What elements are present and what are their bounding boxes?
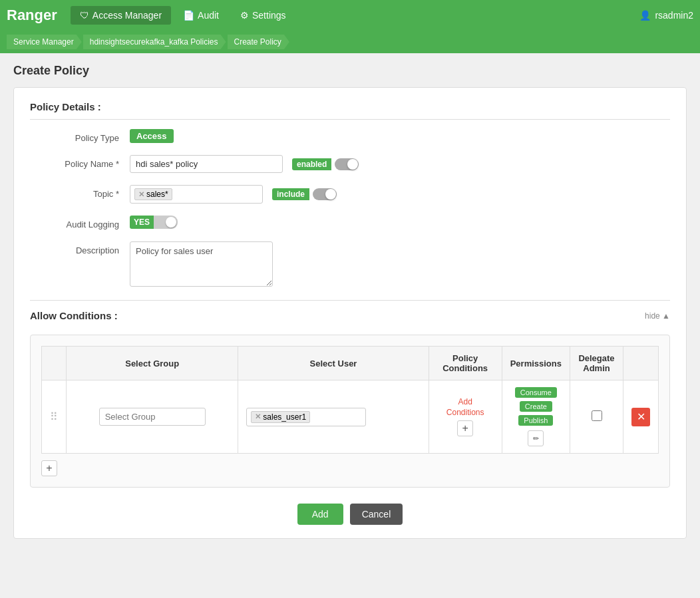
document-icon: 📄 bbox=[183, 10, 194, 21]
nav-access-manager-label: Access Manager bbox=[92, 10, 162, 21]
col-select-user: Select User bbox=[238, 347, 429, 380]
conditions-box: Select Group Select User Policy Conditio… bbox=[30, 335, 670, 488]
perm-create[interactable]: Create bbox=[520, 401, 552, 412]
form-actions: Add Cancel bbox=[30, 504, 670, 525]
breadcrumb-kafka-policies[interactable]: hdinsightsecurekafka_kafka Policies bbox=[83, 35, 226, 49]
hide-link[interactable]: hide ▲ bbox=[645, 311, 670, 321]
username: rsadmin2 bbox=[655, 10, 693, 21]
policy-details-header: Policy Details : bbox=[30, 101, 670, 120]
gear-icon: ⚙ bbox=[240, 10, 249, 21]
breadcrumb-create-policy[interactable]: Create Policy bbox=[228, 35, 289, 49]
delete-cell: ✕ bbox=[623, 380, 659, 454]
yes-label: YES bbox=[130, 216, 154, 229]
delegate-admin-checkbox[interactable] bbox=[592, 410, 602, 421]
delete-row-button[interactable]: ✕ bbox=[631, 408, 650, 426]
breadcrumb-service-manager[interactable]: Service Manager bbox=[7, 35, 82, 49]
col-actions bbox=[623, 347, 659, 380]
top-navigation: Ranger 🛡 Access Manager 📄 Audit ⚙ Settin… bbox=[0, 0, 700, 31]
select-group-input[interactable] bbox=[99, 408, 206, 426]
user-area[interactable]: 👤 rsadmin2 bbox=[639, 10, 693, 21]
policy-name-label: Policy Name * bbox=[30, 155, 130, 169]
user-tag-remove[interactable]: ✕ bbox=[255, 412, 261, 421]
topic-label: Topic * bbox=[30, 185, 130, 199]
permissions-cell: Consume Create Publish ✏ bbox=[502, 380, 570, 454]
table-row: ⠿ ✕ sales_user1 bbox=[42, 380, 659, 454]
select-user-cell: ✕ sales_user1 bbox=[238, 380, 429, 454]
audit-logging-row: Audit Logging YES bbox=[30, 216, 670, 229]
conditions-table-header-row: Select Group Select User Policy Conditio… bbox=[42, 347, 659, 380]
user-icon: 👤 bbox=[639, 10, 651, 21]
audit-logging-label: Audit Logging bbox=[30, 216, 130, 229]
policy-type-row: Policy Type Access bbox=[30, 129, 670, 143]
perm-edit-button[interactable]: ✏ bbox=[528, 430, 544, 446]
page-title: Create Policy bbox=[13, 64, 687, 78]
page-content: Create Policy Policy Details : Policy Ty… bbox=[0, 53, 700, 598]
description-row: Description Policy for sales user bbox=[30, 241, 670, 287]
conditions-table: Select Group Select User Policy Conditio… bbox=[41, 346, 659, 454]
cancel-button[interactable]: Cancel bbox=[350, 504, 403, 525]
delegate-admin-cell bbox=[570, 380, 623, 454]
select-user-tag-input[interactable]: ✕ sales_user1 bbox=[246, 408, 366, 426]
topic-control-area: ✕ sales* include bbox=[130, 185, 670, 204]
topic-tag-value: sales* bbox=[146, 190, 168, 199]
description-label: Description bbox=[30, 241, 130, 255]
include-label: include bbox=[272, 188, 309, 200]
add-row-button[interactable]: + bbox=[41, 460, 57, 476]
main-card: Policy Details : Policy Type Access Poli… bbox=[13, 87, 687, 539]
nav-access-manager[interactable]: 🛡 Access Manager bbox=[71, 6, 171, 25]
add-conditions-plus-btn[interactable]: + bbox=[457, 420, 473, 436]
brand-logo: Ranger bbox=[7, 7, 57, 24]
drag-handle-cell: ⠿ bbox=[42, 380, 67, 454]
shield-icon: 🛡 bbox=[80, 10, 89, 21]
policy-name-input[interactable] bbox=[130, 155, 283, 173]
audit-toggle-wrap[interactable]: YES bbox=[130, 216, 178, 229]
add-button[interactable]: Add bbox=[297, 504, 343, 525]
nav-items: 🛡 Access Manager 📄 Audit ⚙ Settings bbox=[71, 6, 640, 25]
col-delegate-admin: Delegate Admin bbox=[570, 347, 623, 380]
policy-conditions-cell: AddConditions + bbox=[429, 380, 502, 454]
topic-tag-remove[interactable]: ✕ bbox=[138, 190, 144, 199]
col-policy-conditions: Policy Conditions bbox=[429, 347, 502, 380]
topic-tag-input[interactable]: ✕ sales* bbox=[130, 185, 263, 204]
perm-publish[interactable]: Publish bbox=[518, 415, 553, 426]
audit-toggle-knob bbox=[166, 217, 176, 227]
drag-handle-icon[interactable]: ⠿ bbox=[50, 411, 58, 422]
include-toggle-wrap: include bbox=[272, 188, 337, 200]
col-drag bbox=[42, 347, 67, 380]
audit-toggle-pill[interactable] bbox=[154, 216, 178, 229]
enabled-label: enabled bbox=[292, 158, 331, 170]
policy-name-row: Policy Name * enabled bbox=[30, 155, 670, 173]
policy-type-badge: Access bbox=[130, 129, 174, 143]
description-control: Policy for sales user bbox=[130, 241, 670, 287]
topic-tag: ✕ sales* bbox=[134, 188, 172, 200]
perm-consume[interactable]: Consume bbox=[515, 387, 557, 398]
include-toggle[interactable] bbox=[313, 188, 337, 200]
user-tag: ✕ sales_user1 bbox=[251, 411, 310, 423]
audit-logging-control: YES bbox=[130, 216, 670, 229]
enabled-toggle-wrap: enabled bbox=[292, 158, 359, 170]
breadcrumb: Service Manager hdinsightsecurekafka_kaf… bbox=[0, 31, 700, 53]
policy-name-control-area: enabled bbox=[130, 155, 670, 173]
nav-audit-label: Audit bbox=[198, 10, 219, 21]
add-conditions-link[interactable]: AddConditions bbox=[437, 397, 494, 418]
col-select-group: Select Group bbox=[67, 347, 238, 380]
nav-audit[interactable]: 📄 Audit bbox=[174, 6, 228, 25]
enabled-toggle[interactable] bbox=[335, 158, 359, 170]
topic-row: Topic * ✕ sales* include bbox=[30, 185, 670, 204]
policy-type-value-area: Access bbox=[130, 129, 670, 143]
allow-conditions-label: Allow Conditions : bbox=[30, 310, 118, 321]
col-permissions: Permissions bbox=[502, 347, 570, 380]
nav-settings[interactable]: ⚙ Settings bbox=[231, 6, 295, 25]
description-textarea[interactable]: Policy for sales user bbox=[130, 241, 273, 287]
nav-settings-label: Settings bbox=[252, 10, 286, 21]
select-group-cell bbox=[67, 380, 238, 454]
allow-conditions-header: Allow Conditions : hide ▲ bbox=[30, 300, 670, 327]
user-tag-value: sales_user1 bbox=[263, 412, 306, 422]
policy-type-label: Policy Type bbox=[30, 129, 130, 143]
